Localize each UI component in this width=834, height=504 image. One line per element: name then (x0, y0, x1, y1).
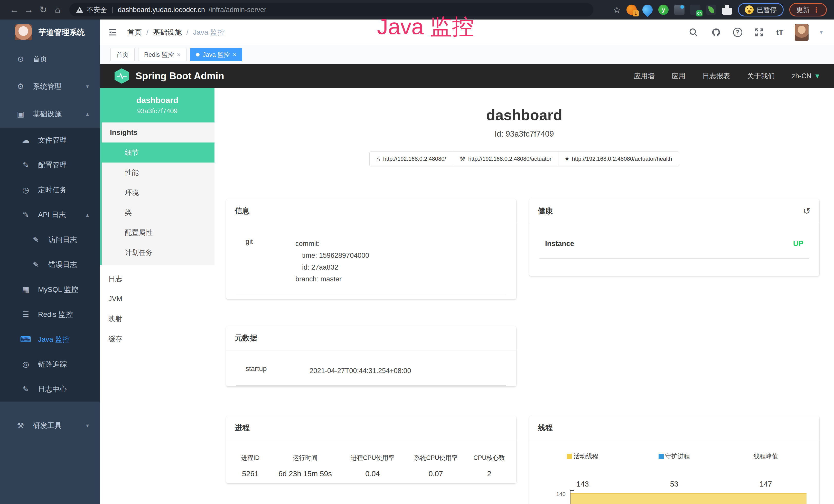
sba-item-metrics[interactable]: 性能 (102, 162, 215, 183)
sba-item-caches[interactable]: 缓存 (100, 329, 215, 349)
sba-item-mappings[interactable]: 映射 (100, 309, 215, 329)
github-icon[interactable] (710, 27, 722, 38)
breadcrumb: 首页 / 基础设施 / Java 监控 (127, 27, 225, 37)
close-icon[interactable]: × (233, 51, 236, 58)
sba-item-config-props[interactable]: 配置属性 (102, 223, 215, 243)
extension-icon-leaf[interactable] (706, 5, 716, 15)
layers-icon: ☰ (20, 310, 31, 319)
sidebar-item-log-center[interactable]: ✎ 日志中心 (0, 377, 100, 402)
cloud-icon: ☁ (20, 136, 31, 144)
threads-chart: 140 120 100 (536, 490, 812, 504)
extension-badge: 1 (633, 10, 639, 17)
extension-on-badge: on (696, 10, 702, 17)
extension-icon-orange[interactable]: 1 (627, 5, 637, 15)
gear-icon: ⚙ (15, 82, 26, 91)
breadcrumb-current: Java 监控 (193, 27, 225, 37)
instance-label: Instance (545, 239, 574, 248)
emoji-face-icon (745, 5, 753, 14)
home-icon[interactable]: ⌂ (50, 3, 65, 17)
sba-nav-wallboard[interactable]: 应用墙 (634, 71, 655, 81)
sba-nav-applications[interactable]: 应用 (672, 71, 685, 81)
service-url-button[interactable]: ⌂ http://192.168.0.2:48080/ (369, 152, 453, 166)
bookmark-star-icon[interactable]: ☆ (613, 5, 621, 15)
sidebar-item-java-monitor[interactable]: ⌨ Java 监控 (0, 327, 100, 352)
sidebar-item-api-log[interactable]: ✎ API 日志 ▴ (0, 202, 100, 227)
forward-icon[interactable]: → (22, 3, 36, 17)
fullscreen-icon[interactable] (753, 27, 765, 38)
col-uptime: 运行时间 (270, 454, 340, 462)
back-icon[interactable]: ← (7, 3, 22, 17)
threads-legend-values: 143 53 147 (529, 468, 819, 488)
eye-icon: ◎ (20, 360, 31, 369)
col-cpu-cores: CPU核心数 (467, 454, 512, 462)
sidebar-item-config[interactable]: ✎ 配置管理 (0, 153, 100, 177)
locale-select[interactable]: zh-CN ▼ (792, 72, 821, 80)
tab-home[interactable]: 首页 (110, 48, 135, 61)
gauge-icon: ⊙ (15, 54, 26, 63)
search-icon[interactable] (688, 27, 699, 38)
chevron-up-icon: ▴ (86, 111, 89, 117)
font-size-icon[interactable]: tT (776, 28, 784, 37)
sba-item-details[interactable]: 细节 (100, 142, 215, 162)
val-uptime: 6d 23h 15m 59s (270, 469, 340, 478)
health-url-button[interactable]: ♥ http://192.168.0.2:48080/actuator/heal… (558, 152, 679, 166)
sba-instance-block[interactable]: dashboard 93a3fc7f7409 (100, 88, 215, 122)
sidebar-item-home[interactable]: ⊙ 首页 (0, 45, 100, 73)
update-button[interactable]: 更新 ⋮ (789, 3, 827, 17)
sba-item-scheduled-tasks[interactable]: 计划任务 (102, 243, 215, 263)
log-icon: ✎ (20, 385, 31, 394)
sba-item-environment[interactable]: 环境 (102, 183, 215, 203)
sidebar-item-files[interactable]: ☁ 文件管理 (0, 128, 100, 153)
sba-nav-journal[interactable]: 日志报表 (702, 71, 730, 81)
extensions-puzzle-icon[interactable] (722, 5, 732, 15)
history-icon[interactable]: ↺ (803, 206, 811, 216)
tab-redis-monitor[interactable]: Redis 监控 × (138, 48, 186, 61)
extension-icon-grid[interactable] (674, 5, 684, 15)
breadcrumb-infra[interactable]: 基础设施 (153, 27, 182, 37)
sba-item-jvm[interactable]: JVM (100, 289, 215, 309)
sidebar-item-system[interactable]: ⚙ 系统管理 ▾ (0, 73, 100, 100)
extension-icon-switch[interactable]: on (690, 5, 700, 15)
col-system-cpu: 系统CPU使用率 (405, 454, 467, 462)
collapse-sidebar-icon[interactable] (108, 27, 119, 38)
legend-daemon-threads: 守护进程 (629, 452, 720, 460)
sidebar-item-error-log[interactable]: ✎ 错误日志 (0, 252, 100, 277)
sba-brand-title[interactable]: Spring Boot Admin (136, 71, 224, 82)
threads-card: 线程 活动线程 守护进程 线程峰值 143 53 147 (529, 416, 819, 504)
process-card-title: 进程 (226, 416, 516, 440)
sba-nav-about[interactable]: 关于我们 (747, 71, 775, 81)
toolbox-icon: ⚒ (15, 421, 26, 430)
legend-swatch-blue (659, 454, 664, 459)
sba-item-logs[interactable]: 日志 (100, 269, 215, 289)
chevron-down-icon: ▾ (86, 83, 89, 90)
address-bar[interactable]: 不安全 | dashboard.yudao.iocoder.cn/infra/a… (69, 3, 593, 17)
sidebar-item-infra[interactable]: ▣ 基础设施 ▴ (0, 100, 100, 128)
app-title: 芋道管理系统 (39, 27, 85, 38)
user-avatar[interactable] (795, 24, 809, 41)
breadcrumb-home[interactable]: 首页 (127, 27, 142, 37)
sba-item-classes[interactable]: 类 (102, 203, 215, 223)
sidebar-item-access-log[interactable]: ✎ 访问日志 (0, 227, 100, 252)
process-header-row: 进程ID 运行时间 进程CPU使用率 系统CPU使用率 CPU核心数 (226, 440, 516, 462)
chevron-down-icon[interactable]: ▾ (820, 29, 823, 36)
close-icon[interactable]: × (177, 51, 180, 58)
sidebar-item-scheduled-jobs[interactable]: ◷ 定时任务 (0, 177, 100, 202)
sidebar-item-redis-monitor[interactable]: ☰ Redis 监控 (0, 302, 100, 327)
sidebar-item-tracing[interactable]: ◎ 链路追踪 (0, 352, 100, 377)
extension-icon-green[interactable]: y (658, 5, 668, 15)
instance-subtitle: Id: 93a3fc7f7409 (215, 130, 834, 139)
app-logo-row[interactable]: 芋道管理系统 (0, 20, 100, 45)
sidebar-item-mysql-monitor[interactable]: ▦ MySQL 监控 (0, 277, 100, 302)
sidebar-item-devtools[interactable]: ⚒ 研发工具 ▾ (0, 412, 100, 439)
sba-content: dashboard Id: 93a3fc7f7409 ⌂ http://192.… (215, 88, 834, 504)
url-path: /infra/admin-server (208, 6, 266, 14)
reload-icon[interactable]: ↻ (36, 3, 50, 17)
paused-indicator[interactable]: 已暂停 (738, 3, 784, 17)
help-icon[interactable]: ? (733, 28, 742, 37)
extension-icon-pin[interactable] (640, 3, 655, 17)
col-pid: 进程ID (231, 454, 270, 462)
browser-menu-icon[interactable]: ⋮ (813, 6, 820, 14)
actuator-url-button[interactable]: ⚒ http://192.168.0.2:48080/actuator (453, 152, 559, 166)
tab-java-monitor[interactable]: Java 监控 × (190, 48, 242, 61)
health-card: 健康 ↺ Instance UP (529, 199, 819, 276)
